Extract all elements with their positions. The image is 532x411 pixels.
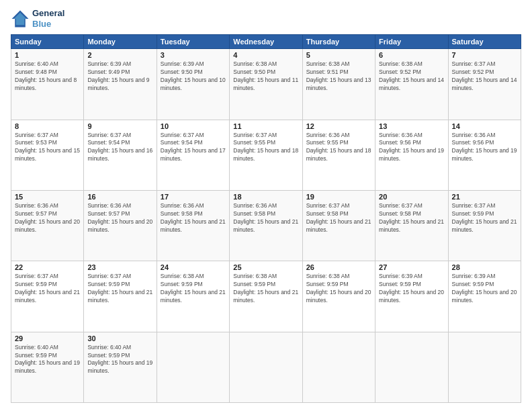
- logo: General Blue: [11, 8, 64, 29]
- day-number: 13: [379, 122, 444, 130]
- calendar-week-row: 22Sunrise: 6:37 AMSunset: 9:59 PMDayligh…: [11, 261, 521, 332]
- day-number: 20: [379, 193, 444, 201]
- calendar-day-cell: 15Sunrise: 6:36 AMSunset: 9:57 PMDayligh…: [11, 190, 84, 261]
- day-detail: Sunrise: 6:36 AMSunset: 9:55 PMDaylight:…: [306, 132, 371, 164]
- weekday-header: SundayMondayTuesdayWednesdayThursdayFrid…: [11, 35, 521, 49]
- calendar-body: 1Sunrise: 6:40 AMSunset: 9:48 PMDaylight…: [11, 49, 521, 403]
- day-detail: Sunrise: 6:40 AMSunset: 9:59 PMDaylight:…: [87, 344, 152, 376]
- day-number: 17: [161, 193, 226, 201]
- day-number: 11: [233, 122, 298, 130]
- calendar-day-cell: [448, 332, 521, 402]
- day-detail: Sunrise: 6:38 AMSunset: 9:59 PMDaylight:…: [233, 273, 298, 305]
- calendar-day-cell: 9Sunrise: 6:37 AMSunset: 9:54 PMDaylight…: [84, 120, 157, 190]
- day-number: 30: [87, 334, 152, 342]
- day-detail: Sunrise: 6:38 AMSunset: 9:51 PMDaylight:…: [306, 60, 371, 93]
- calendar-week-row: 15Sunrise: 6:36 AMSunset: 9:57 PMDayligh…: [11, 190, 521, 261]
- day-number: 7: [452, 51, 517, 59]
- day-number: 5: [306, 51, 371, 59]
- day-detail: Sunrise: 6:40 AMSunset: 9:59 PMDaylight:…: [15, 344, 80, 376]
- day-number: 1: [15, 51, 80, 59]
- day-detail: Sunrise: 6:36 AMSunset: 9:58 PMDaylight:…: [233, 202, 298, 234]
- calendar-day-cell: 13Sunrise: 6:36 AMSunset: 9:56 PMDayligh…: [375, 120, 448, 190]
- day-number: 19: [306, 193, 371, 201]
- day-number: 18: [233, 193, 298, 201]
- calendar-day-cell: 16Sunrise: 6:36 AMSunset: 9:57 PMDayligh…: [84, 190, 157, 261]
- day-number: 16: [87, 193, 152, 201]
- day-detail: Sunrise: 6:37 AMSunset: 9:59 PMDaylight:…: [87, 273, 152, 305]
- day-detail: Sunrise: 6:38 AMSunset: 9:59 PMDaylight:…: [306, 273, 371, 305]
- day-number: 14: [452, 122, 517, 130]
- day-detail: Sunrise: 6:39 AMSunset: 9:59 PMDaylight:…: [452, 273, 517, 305]
- calendar-day-cell: 4Sunrise: 6:38 AMSunset: 9:50 PMDaylight…: [230, 49, 302, 120]
- calendar-day-cell: 21Sunrise: 6:37 AMSunset: 9:59 PMDayligh…: [448, 190, 521, 261]
- calendar-day-cell: 11Sunrise: 6:37 AMSunset: 9:55 PMDayligh…: [230, 120, 302, 190]
- calendar-day-cell: 14Sunrise: 6:36 AMSunset: 9:56 PMDayligh…: [448, 120, 521, 190]
- calendar-day-cell: 10Sunrise: 6:37 AMSunset: 9:54 PMDayligh…: [157, 120, 229, 190]
- weekday-header-cell: Saturday: [448, 35, 521, 49]
- day-number: 12: [306, 122, 371, 130]
- day-number: 28: [452, 263, 517, 271]
- day-detail: Sunrise: 6:37 AMSunset: 9:55 PMDaylight:…: [233, 132, 298, 164]
- calendar-day-cell: 6Sunrise: 6:38 AMSunset: 9:52 PMDaylight…: [375, 49, 448, 120]
- day-detail: Sunrise: 6:38 AMSunset: 9:52 PMDaylight:…: [379, 60, 444, 93]
- day-number: 4: [233, 51, 298, 59]
- day-detail: Sunrise: 6:37 AMSunset: 9:58 PMDaylight:…: [379, 202, 444, 234]
- calendar-day-cell: 22Sunrise: 6:37 AMSunset: 9:59 PMDayligh…: [11, 261, 84, 332]
- calendar-day-cell: 19Sunrise: 6:37 AMSunset: 9:58 PMDayligh…: [302, 190, 375, 261]
- day-detail: Sunrise: 6:37 AMSunset: 9:53 PMDaylight:…: [15, 132, 80, 164]
- day-detail: Sunrise: 6:38 AMSunset: 9:59 PMDaylight:…: [161, 273, 226, 305]
- weekday-header-cell: Tuesday: [157, 35, 229, 49]
- day-detail: Sunrise: 6:39 AMSunset: 9:50 PMDaylight:…: [161, 60, 226, 93]
- calendar-week-row: 1Sunrise: 6:40 AMSunset: 9:48 PMDaylight…: [11, 49, 521, 120]
- calendar-day-cell: 27Sunrise: 6:39 AMSunset: 9:59 PMDayligh…: [375, 261, 448, 332]
- weekday-header-cell: Friday: [375, 35, 448, 49]
- day-detail: Sunrise: 6:36 AMSunset: 9:57 PMDaylight:…: [15, 202, 80, 234]
- calendar-day-cell: 17Sunrise: 6:36 AMSunset: 9:58 PMDayligh…: [157, 190, 229, 261]
- day-number: 26: [306, 263, 371, 271]
- day-number: 25: [233, 263, 298, 271]
- day-detail: Sunrise: 6:37 AMSunset: 9:59 PMDaylight:…: [15, 273, 80, 305]
- day-number: 10: [161, 122, 226, 130]
- weekday-header-cell: Monday: [84, 35, 157, 49]
- calendar-day-cell: 7Sunrise: 6:37 AMSunset: 9:52 PMDaylight…: [448, 49, 521, 120]
- day-number: 21: [452, 193, 517, 201]
- calendar-day-cell: [230, 332, 302, 402]
- day-detail: Sunrise: 6:37 AMSunset: 9:54 PMDaylight:…: [161, 132, 226, 164]
- calendar-week-row: 8Sunrise: 6:37 AMSunset: 9:53 PMDaylight…: [11, 120, 521, 190]
- calendar-day-cell: 5Sunrise: 6:38 AMSunset: 9:51 PMDaylight…: [302, 49, 375, 120]
- day-detail: Sunrise: 6:36 AMSunset: 9:56 PMDaylight:…: [452, 132, 517, 164]
- calendar-day-cell: 25Sunrise: 6:38 AMSunset: 9:59 PMDayligh…: [230, 261, 302, 332]
- calendar-day-cell: 18Sunrise: 6:36 AMSunset: 9:58 PMDayligh…: [230, 190, 302, 261]
- day-detail: Sunrise: 6:37 AMSunset: 9:54 PMDaylight:…: [87, 132, 152, 164]
- calendar-day-cell: [157, 332, 229, 402]
- day-detail: Sunrise: 6:36 AMSunset: 9:58 PMDaylight:…: [161, 202, 226, 234]
- day-detail: Sunrise: 6:36 AMSunset: 9:56 PMDaylight:…: [379, 132, 444, 164]
- day-detail: Sunrise: 6:39 AMSunset: 9:59 PMDaylight:…: [379, 273, 444, 305]
- calendar-table: SundayMondayTuesdayWednesdayThursdayFrid…: [11, 34, 521, 403]
- day-number: 23: [87, 263, 152, 271]
- weekday-header-cell: Wednesday: [230, 35, 302, 49]
- weekday-header-cell: Thursday: [302, 35, 375, 49]
- calendar-week-row: 29Sunrise: 6:40 AMSunset: 9:59 PMDayligh…: [11, 332, 521, 402]
- day-number: 8: [15, 122, 80, 130]
- calendar-day-cell: 1Sunrise: 6:40 AMSunset: 9:48 PMDaylight…: [11, 49, 84, 120]
- calendar-day-cell: 2Sunrise: 6:39 AMSunset: 9:49 PMDaylight…: [84, 49, 157, 120]
- day-number: 22: [15, 263, 80, 271]
- day-detail: Sunrise: 6:37 AMSunset: 9:58 PMDaylight:…: [306, 202, 371, 234]
- day-detail: Sunrise: 6:38 AMSunset: 9:50 PMDaylight:…: [233, 60, 298, 93]
- header: General Blue: [11, 8, 521, 29]
- calendar-day-cell: 30Sunrise: 6:40 AMSunset: 9:59 PMDayligh…: [84, 332, 157, 402]
- calendar-day-cell: 29Sunrise: 6:40 AMSunset: 9:59 PMDayligh…: [11, 332, 84, 402]
- day-detail: Sunrise: 6:36 AMSunset: 9:57 PMDaylight:…: [87, 202, 152, 234]
- calendar-day-cell: 24Sunrise: 6:38 AMSunset: 9:59 PMDayligh…: [157, 261, 229, 332]
- day-number: 24: [161, 263, 226, 271]
- day-number: 27: [379, 263, 444, 271]
- calendar-day-cell: 26Sunrise: 6:38 AMSunset: 9:59 PMDayligh…: [302, 261, 375, 332]
- calendar-day-cell: 28Sunrise: 6:39 AMSunset: 9:59 PMDayligh…: [448, 261, 521, 332]
- calendar-day-cell: [302, 332, 375, 402]
- day-number: 29: [15, 334, 80, 342]
- calendar-day-cell: 20Sunrise: 6:37 AMSunset: 9:58 PMDayligh…: [375, 190, 448, 261]
- day-detail: Sunrise: 6:39 AMSunset: 9:49 PMDaylight:…: [87, 60, 152, 93]
- day-detail: Sunrise: 6:37 AMSunset: 9:59 PMDaylight:…: [452, 202, 517, 234]
- page: General Blue SundayMondayTuesdayWednesda…: [0, 0, 532, 411]
